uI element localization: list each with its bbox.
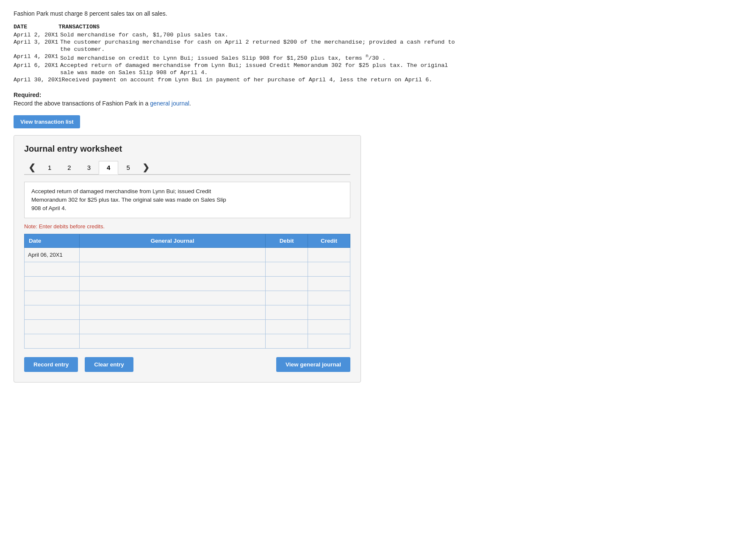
journal-credit-1[interactable] [308, 248, 350, 262]
journal-row-4 [25, 291, 350, 305]
worksheet-title: Journal entry worksheet [24, 144, 350, 154]
journal-debit-1[interactable] [266, 248, 308, 262]
journal-general-input-6[interactable] [80, 320, 265, 334]
record-entry-button[interactable]: Record entry [24, 357, 78, 372]
journal-debit-input-3[interactable] [266, 277, 308, 291]
journal-general-1[interactable] [80, 248, 266, 262]
journal-row-7 [25, 334, 350, 349]
trans-row-1: April 2, 20X1 Sold merchandise for cash,… [14, 32, 735, 38]
journal-debit-input-5[interactable] [266, 305, 308, 319]
journal-date-3 [25, 277, 80, 291]
tab-4[interactable]: 4 [99, 161, 118, 175]
journal-entry-worksheet: Journal entry worksheet ❮ 1 2 3 4 5 ❯ Ac… [14, 135, 361, 383]
tab-2[interactable]: 2 [59, 161, 79, 174]
journal-credit-7[interactable] [308, 334, 350, 349]
journal-credit-3[interactable] [308, 277, 350, 291]
journal-debit-input-6[interactable] [266, 320, 308, 334]
journal-general-input-1[interactable] [80, 248, 265, 262]
trans-row-4: April 6, 20X1 Accepted return of damaged… [14, 62, 735, 69]
journal-row-6 [25, 320, 350, 334]
journal-general-input-2[interactable] [80, 262, 265, 276]
journal-credit-4[interactable] [308, 291, 350, 305]
journal-credit-6[interactable] [308, 320, 350, 334]
journal-date-2 [25, 262, 80, 277]
journal-table: Date General Journal Debit Credit April … [24, 234, 350, 349]
journal-debit-6[interactable] [266, 320, 308, 334]
journal-debit-2[interactable] [266, 262, 308, 277]
trans-desc-1: Sold merchandise for cash, $1,700 plus s… [60, 32, 735, 38]
journal-row-3 [25, 277, 350, 291]
journal-debit-input-7[interactable] [266, 334, 308, 348]
journal-credit-input-4[interactable] [308, 291, 350, 305]
trans-desc-4-cont: sale was made on Sales Slip 908 of April… [60, 69, 735, 76]
view-general-journal-button[interactable]: View general journal [276, 357, 350, 372]
journal-credit-input-6[interactable] [308, 320, 350, 334]
journal-general-input-4[interactable] [80, 291, 265, 305]
clear-entry-button[interactable]: Clear entry [85, 357, 133, 372]
transaction-description-text: Accepted return of damaged merchandise f… [31, 188, 226, 212]
trans-desc-5: Received payment on account from Lynn Bu… [61, 77, 735, 83]
trans-row-2: April 3, 20X1 The customer purchasing me… [14, 39, 735, 45]
journal-general-input-5[interactable] [80, 305, 265, 319]
required-link: general journal [150, 100, 189, 107]
trans-date-3: April 4, 20X1 [14, 53, 60, 61]
col-header-credit: Credit [308, 234, 350, 248]
journal-general-5[interactable] [80, 305, 266, 320]
tab-prev-arrow[interactable]: ❮ [24, 161, 40, 174]
trans-desc-2-cont: the customer. [60, 46, 735, 53]
date-header: DATE [14, 24, 52, 30]
journal-credit-input-1[interactable] [308, 248, 350, 262]
journal-debit-7[interactable] [266, 334, 308, 349]
trans-desc-4: Accepted return of damaged merchandise f… [60, 62, 735, 69]
trans-desc-2: The customer purchasing merchandise for … [60, 39, 735, 45]
view-transaction-button[interactable]: View transaction list [14, 115, 80, 128]
tab-1[interactable]: 1 [40, 161, 59, 174]
journal-row-5 [25, 305, 350, 320]
journal-general-input-7[interactable] [80, 334, 265, 348]
journal-credit-input-7[interactable] [308, 334, 350, 348]
journal-date-5 [25, 305, 80, 320]
journal-general-4[interactable] [80, 291, 266, 305]
tab-3[interactable]: 3 [79, 161, 99, 174]
journal-debit-5[interactable] [266, 305, 308, 320]
journal-credit-5[interactable] [308, 305, 350, 320]
required-text: Record the above transactions of Fashion… [14, 100, 735, 107]
journal-general-7[interactable] [80, 334, 266, 349]
journal-debit-3[interactable] [266, 277, 308, 291]
journal-debit-input-4[interactable] [266, 291, 308, 305]
journal-credit-2[interactable] [308, 262, 350, 277]
journal-debit-input-2[interactable] [266, 262, 308, 276]
intro-text: Fashion Park must charge 8 percent sales… [14, 10, 735, 17]
trans-date-4: April 6, 20X1 [14, 62, 60, 69]
tabs-navigation: ❮ 1 2 3 4 5 ❯ [24, 161, 350, 175]
trans-date-1: April 2, 20X1 [14, 32, 60, 38]
required-label: Required: [14, 91, 735, 98]
journal-date-6 [25, 320, 80, 334]
journal-row-2 [25, 262, 350, 277]
required-section: Required: Record the above transactions … [14, 91, 735, 107]
col-header-date: Date [25, 234, 80, 248]
trans-row-3: April 4, 20X1 Sold merchandise on credit… [14, 53, 735, 61]
trans-row-2-cont: the customer. [14, 46, 735, 53]
transaction-description-box: Accepted return of damaged merchandise f… [24, 182, 350, 219]
journal-credit-input-3[interactable] [308, 277, 350, 291]
journal-general-3[interactable] [80, 277, 266, 291]
tab-next-arrow[interactable]: ❯ [138, 161, 154, 174]
trans-date-4-cont [14, 69, 60, 76]
trans-row-5: April 30, 20X1 Received payment on accou… [14, 77, 735, 83]
journal-general-6[interactable] [80, 320, 266, 334]
journal-general-2[interactable] [80, 262, 266, 277]
footer-buttons: Record entry Clear entry View general jo… [24, 357, 350, 372]
journal-general-input-3[interactable] [80, 277, 265, 291]
col-header-debit: Debit [266, 234, 308, 248]
trans-date-2: April 3, 20X1 [14, 39, 60, 45]
trans-date-2-cont [14, 46, 60, 53]
transactions-header: TRANSACTIONS [58, 24, 100, 30]
journal-credit-input-2[interactable] [308, 262, 350, 276]
tab-5[interactable]: 5 [118, 161, 138, 174]
journal-credit-input-5[interactable] [308, 305, 350, 319]
journal-debit-4[interactable] [266, 291, 308, 305]
journal-debit-input-1[interactable] [266, 248, 308, 262]
trans-date-5: April 30, 20X1 [14, 77, 61, 83]
journal-date-4 [25, 291, 80, 305]
